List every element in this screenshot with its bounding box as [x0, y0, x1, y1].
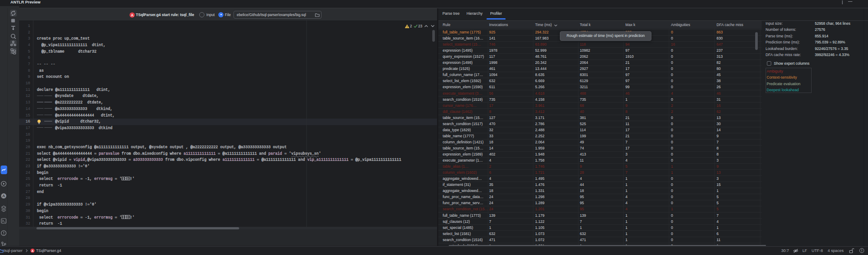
svg-text:A: A: [31, 249, 33, 252]
